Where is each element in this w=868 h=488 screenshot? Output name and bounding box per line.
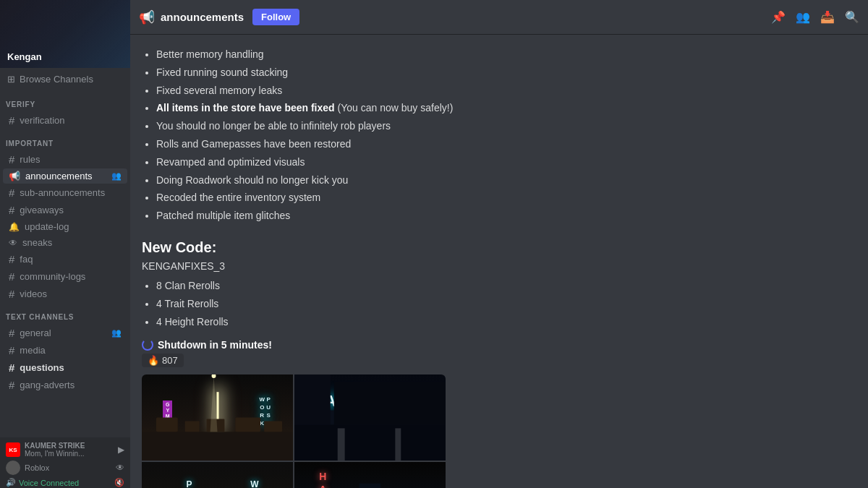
sidebar-item-questions[interactable]: # questions xyxy=(3,359,127,376)
channel-label: sneaks xyxy=(22,237,52,248)
header-icons: 📌 👥 📥 🔍 xyxy=(771,10,859,24)
shutdown-text: Shutdown in 5 minutes! xyxy=(158,339,272,351)
sidebar-item-rules[interactable]: # rules xyxy=(3,151,127,168)
shutdown-line: Shutdown in 5 minutes! xyxy=(142,339,764,351)
channel-label: sub-announcements xyxy=(20,187,105,198)
svg-marker-6 xyxy=(210,374,218,432)
activity-item-roblox[interactable]: Roblox 👁 xyxy=(0,459,130,476)
svg-rect-13 xyxy=(334,382,446,425)
members-icon[interactable]: 👥 xyxy=(796,10,810,24)
watch-icon[interactable]: 👁 xyxy=(116,463,124,473)
sidebar-item-verification[interactable]: # verification xyxy=(3,112,127,129)
sidebar-item-general[interactable]: # general 👥 xyxy=(3,325,127,341)
image-work: PUSH WORK xyxy=(142,462,293,488)
svg-point-7 xyxy=(212,374,216,378)
browse-channels-button[interactable]: ⊞ Browse Channels xyxy=(0,68,130,90)
channel-label: general xyxy=(20,328,51,338)
sidebar: Kengan ⊞ Browse Channels VERIFY # verifi… xyxy=(0,0,130,488)
server-name: Kengan xyxy=(7,51,42,62)
channel-label: videos xyxy=(20,288,47,299)
sidebar-item-gang-adverts[interactable]: # gang-adverts xyxy=(3,377,127,393)
svg-rect-4 xyxy=(235,418,260,432)
hash-icon: # xyxy=(9,187,14,199)
notify-icon: 👥 xyxy=(111,328,122,338)
hash-icon: # xyxy=(9,253,14,265)
voice-controls[interactable]: 🔇 xyxy=(114,478,124,487)
list-item: Doing Roadwork should no longer kick you xyxy=(156,172,764,189)
sidebar-item-giveaways[interactable]: # giveaways xyxy=(3,202,127,218)
bell-icon: 🔔 xyxy=(9,222,20,232)
image-grid: GYM PUSHWORK xyxy=(142,374,446,488)
sidebar-item-videos[interactable]: # videos xyxy=(3,286,127,302)
sidebar-bottom: KS KAUMER STRIKE Mom, I'm Winnin... ▶ Ro… xyxy=(0,437,130,488)
activity-item-kaumerstrike[interactable]: KS KAUMER STRIKE Mom, I'm Winnin... ▶ xyxy=(0,440,130,459)
hash-icon: # xyxy=(9,204,14,216)
image-street: ANK xyxy=(294,374,446,461)
list-item: 4 Trait Rerolls xyxy=(156,296,764,313)
megaphone-icon: 📢 xyxy=(9,171,20,181)
image-gym: GYM PUSHWORK xyxy=(142,374,293,461)
svg-rect-10 xyxy=(338,429,345,461)
sidebar-item-sub-announcements[interactable]: # sub-announcements xyxy=(3,184,127,201)
list-item: Patched multiple item glitches xyxy=(156,207,764,225)
game-name: KAUMER STRIKE xyxy=(25,442,85,450)
watch-icon[interactable]: ▶ xyxy=(118,445,124,455)
list-item: You should no longer be able to infinite… xyxy=(156,118,764,135)
sidebar-item-community-logs[interactable]: # community-logs xyxy=(3,268,127,285)
channel-label: rules xyxy=(20,154,40,165)
channel-label: giveaways xyxy=(20,205,64,215)
svg-rect-0 xyxy=(142,432,293,461)
channel-name: announcements xyxy=(161,11,244,23)
reaction-line[interactable]: 🔥 807 xyxy=(142,354,184,367)
hash-icon: # xyxy=(9,379,14,391)
image-alley: HAN xyxy=(294,462,446,488)
hash-icon: # xyxy=(9,327,14,339)
svg-rect-8 xyxy=(294,425,446,461)
sidebar-item-sneaks[interactable]: 👁 sneaks xyxy=(3,235,127,250)
channel-label: faq xyxy=(20,254,33,265)
svg-rect-1 xyxy=(156,418,178,432)
category-verify: VERIFY xyxy=(0,90,130,111)
inbox-icon[interactable]: 📥 xyxy=(820,10,835,24)
svg-rect-11 xyxy=(395,429,401,461)
list-item: 8 Clan Rerolls xyxy=(156,278,764,295)
channel-label: media xyxy=(20,345,45,356)
sidebar-item-announcements[interactable]: 📢 announcements 👥 xyxy=(3,168,127,184)
new-code-section: New Code: KENGANFIXES_3 8 Clan Rerolls 4… xyxy=(142,239,764,330)
roblox-icon xyxy=(6,461,20,475)
server-header[interactable]: Kengan xyxy=(0,0,130,68)
search-icon[interactable]: 🔍 xyxy=(845,10,859,24)
sidebar-item-update-log[interactable]: 🔔 update-log xyxy=(3,219,127,234)
voice-status-label: Voice Connected xyxy=(19,479,79,487)
list-item: 4 Height Rerolls xyxy=(156,314,764,331)
category-important: IMPORTANT xyxy=(0,129,130,150)
hash-icon: # xyxy=(9,344,14,356)
list-item: All items in the store have been fixed (… xyxy=(156,100,764,117)
browse-channels-label: Browse Channels xyxy=(20,74,93,85)
sidebar-item-faq[interactable]: # faq xyxy=(3,251,127,267)
list-item: Rolls and Gamepasses have been restored xyxy=(156,136,764,153)
grid-icon: ⊞ xyxy=(7,74,15,85)
channel-label: community-logs xyxy=(20,271,85,282)
hash-icon: # xyxy=(9,153,14,166)
follow-button[interactable]: Follow xyxy=(252,9,299,25)
messages-area: Better memory handling Fixed running sou… xyxy=(130,35,868,488)
main-content: 📢 announcements Follow 📌 👥 📥 🔍 Better me… xyxy=(130,0,868,488)
sidebar-item-media[interactable]: # media xyxy=(3,342,127,359)
list-item: Better memory handling xyxy=(156,46,764,64)
list-item: Revamped and optimized visuals xyxy=(156,154,764,171)
activity-text: Mom, I'm Winnin... xyxy=(25,450,85,458)
shutdown-spinner xyxy=(142,339,153,351)
reaction-count: 807 xyxy=(162,355,178,366)
notify-icon: 👥 xyxy=(111,171,122,181)
voice-icon: 🔊 xyxy=(6,478,16,487)
message-content: Better memory handling Fixed running sou… xyxy=(142,46,764,488)
svg-rect-12 xyxy=(294,374,331,424)
sidebar-scroll: ⊞ Browse Channels VERIFY # verification … xyxy=(0,68,130,437)
hash-icon: # xyxy=(9,270,14,283)
channel-label: questions xyxy=(20,362,64,373)
bullet-list: Better memory handling Fixed running sou… xyxy=(142,46,764,225)
pin-icon[interactable]: 📌 xyxy=(771,10,786,24)
channel-label: announcements xyxy=(25,171,93,181)
hash-icon: # xyxy=(9,361,14,374)
